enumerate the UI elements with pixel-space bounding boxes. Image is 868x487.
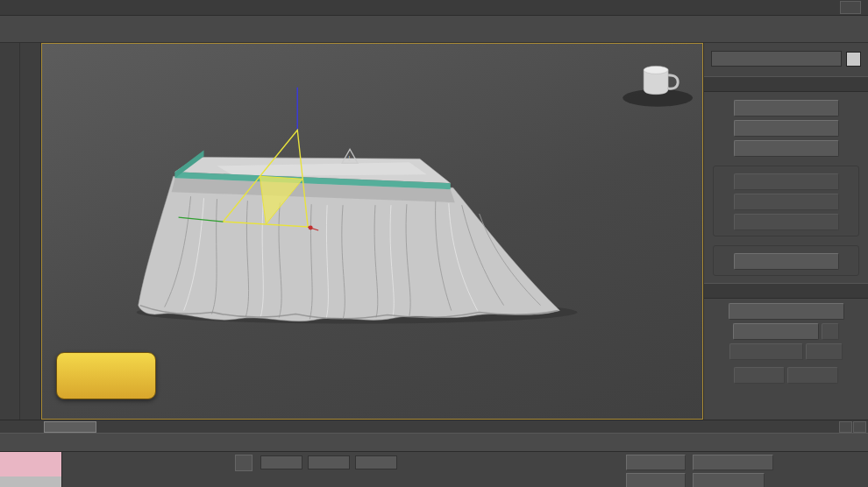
- maxscript-input-area[interactable]: [0, 452, 61, 476]
- left-toolbars: [0, 43, 41, 420]
- object-color-swatch[interactable]: [846, 52, 861, 67]
- perspective-viewport[interactable]: !: [41, 43, 703, 420]
- viewport-statistics: [67, 74, 82, 86]
- align-to-view-button[interactable]: [729, 343, 803, 360]
- center-to-object-button[interactable]: [734, 173, 839, 190]
- object-name-field[interactable]: [711, 51, 842, 67]
- rollout-working-pivot[interactable]: [704, 283, 868, 299]
- working-pivot-more-button[interactable]: [822, 323, 839, 340]
- affect-pivot-only-button[interactable]: [734, 100, 839, 116]
- affect-object-only-button[interactable]: [734, 120, 839, 137]
- hierarchy-subtabs: [704, 69, 868, 76]
- alignment-group: [713, 166, 859, 236]
- previous-frame-arrow[interactable]: [839, 421, 852, 433]
- y-field[interactable]: [308, 455, 350, 469]
- time-slider[interactable]: [44, 421, 96, 433]
- workspace-dropdown[interactable]: [840, 1, 861, 14]
- edit-working-pivot-button[interactable]: [729, 303, 844, 320]
- reset-pivot-button[interactable]: [734, 253, 839, 270]
- set-key-button[interactable]: [626, 473, 686, 487]
- key-filter-dropdown[interactable]: [693, 455, 773, 470]
- pivot-group: [713, 245, 859, 276]
- x-field[interactable]: [260, 455, 302, 469]
- adjust-pivot-body: [704, 92, 868, 283]
- left-toolbar-column-1: [0, 43, 20, 420]
- maxscript-mini-listener[interactable]: [0, 452, 62, 487]
- rollout-adjust-pivot[interactable]: [704, 76, 868, 92]
- place-pivot-view-button[interactable]: [734, 367, 785, 384]
- main-toolbar: [0, 16, 868, 43]
- align-to-world-button[interactable]: [734, 214, 839, 230]
- status-bar: [0, 451, 868, 487]
- working-pivot-body: [704, 299, 868, 391]
- reset-working-pivot-button[interactable]: [806, 343, 843, 360]
- z-field[interactable]: [355, 455, 397, 469]
- 3ds-max-window: !: [0, 0, 868, 487]
- track-bar: [0, 420, 868, 433]
- left-toolbar-column-2: [20, 43, 39, 420]
- next-frame-arrow[interactable]: [853, 421, 866, 433]
- key-filters-button[interactable]: [693, 473, 765, 487]
- affect-hierarchy-only-button[interactable]: [734, 140, 839, 157]
- object-name-row: [704, 47, 868, 69]
- use-working-pivot-button[interactable]: [733, 323, 819, 340]
- tutorial-callout: [56, 352, 156, 399]
- place-pivot-surface-button[interactable]: [787, 367, 838, 384]
- align-to-object-button[interactable]: [734, 194, 839, 210]
- maxscript-label: [0, 476, 61, 487]
- menu-bar: [0, 0, 868, 16]
- command-panel: [703, 43, 868, 420]
- teacup-model: [623, 66, 693, 106]
- auto-key-button[interactable]: [626, 455, 686, 470]
- timeline-ruler[interactable]: [0, 433, 868, 451]
- svg-text:!: !: [348, 154, 351, 163]
- transform-type-in: [258, 455, 397, 469]
- selection-lock-icon[interactable]: [235, 455, 253, 471]
